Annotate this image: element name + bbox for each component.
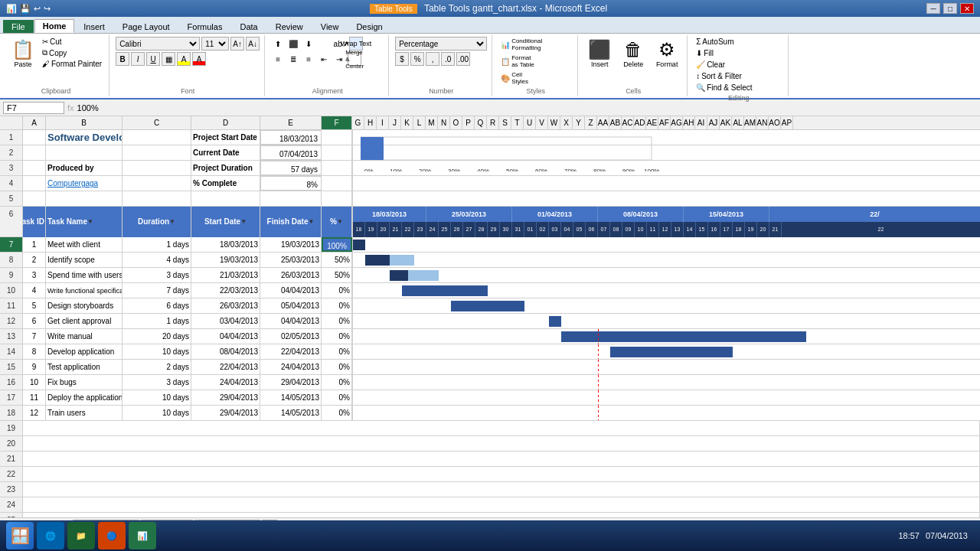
cell-b1[interactable]: Software Development [46, 130, 122, 145]
cell-b11[interactable]: Design storyboards [46, 298, 122, 313]
col-header-af[interactable]: AF [658, 116, 671, 129]
cell-c12[interactable]: 1 days [122, 314, 191, 328]
cell-e7[interactable]: 19/03/2013 [260, 237, 322, 252]
cell-d5[interactable] [191, 191, 260, 206]
row-num-2[interactable]: 2 [0, 145, 23, 160]
fill-color-button[interactable]: A [177, 52, 191, 66]
font-size-select[interactable]: 11 [201, 37, 229, 51]
cell-e10[interactable]: 04/04/2013 [260, 283, 322, 298]
cell-d15[interactable]: 22/04/2013 [191, 360, 260, 374]
cell-a4[interactable] [23, 176, 46, 191]
cell-f13[interactable]: 0% [322, 329, 352, 344]
fill-button[interactable]: ⬇ Fill [694, 48, 716, 58]
align-right-button[interactable]: ≡ [302, 52, 315, 66]
cell-b10[interactable]: Write functional specifications [46, 283, 122, 298]
cell-22-full[interactable] [23, 467, 980, 481]
cell-f5[interactable] [322, 191, 352, 206]
col-header-an[interactable]: AN [756, 116, 769, 129]
cell-c14[interactable]: 10 days [122, 344, 191, 359]
cell-c17[interactable]: 10 days [122, 390, 191, 405]
taskbar-files-button[interactable]: 📁 [67, 522, 95, 549]
tab-design[interactable]: Design [348, 20, 390, 33]
col-header-am[interactable]: AM [744, 116, 756, 129]
cell-b8[interactable]: Identify scope [46, 253, 122, 267]
col-header-j[interactable]: J [389, 116, 401, 129]
row-num-25[interactable]: 25 [0, 513, 23, 517]
clear-button[interactable]: 🧹 Clear [694, 60, 727, 70]
row-num-10[interactable]: 10 [0, 283, 23, 298]
col-header-n[interactable]: N [438, 116, 450, 129]
cell-b14[interactable]: Develop application [46, 344, 122, 359]
cell-e16[interactable]: 29/04/2013 [260, 375, 322, 390]
row-num-18[interactable]: 18 [0, 406, 23, 420]
name-box[interactable] [3, 102, 64, 114]
cell-f10[interactable]: 0% [322, 283, 352, 298]
cell-d8[interactable]: 19/03/2013 [191, 253, 260, 267]
col-header-c[interactable]: C [122, 116, 191, 129]
cell-b16[interactable]: Fix bugs [46, 375, 122, 390]
percent-button[interactable]: % [410, 52, 424, 66]
cell-f17[interactable]: 0% [322, 390, 352, 405]
col-header-ad[interactable]: AD [634, 116, 646, 129]
col-header-ap[interactable]: AP [781, 116, 793, 129]
col-header-s[interactable]: S [499, 116, 511, 129]
align-center-button[interactable]: ≣ [286, 52, 300, 66]
minimize-button[interactable]: ─ [926, 3, 940, 14]
cell-a16[interactable]: 10 [23, 375, 46, 390]
cell-c11[interactable]: 6 days [122, 298, 191, 313]
cell-e17[interactable]: 14/05/2013 [260, 390, 322, 405]
row-num-7[interactable]: 7 [0, 237, 23, 252]
col-header-al[interactable]: AL [732, 116, 744, 129]
col-header-p[interactable]: P [462, 116, 475, 129]
italic-button[interactable]: I [131, 52, 145, 66]
row-num-19[interactable]: 19 [0, 421, 23, 435]
cell-e11[interactable]: 05/04/2013 [260, 298, 322, 313]
cell-a13[interactable]: 7 [23, 329, 46, 344]
cell-b3[interactable]: Produced by [46, 161, 122, 175]
cell-f7[interactable]: 100% [322, 237, 352, 252]
cell-e3[interactable]: 57 days [260, 161, 322, 175]
col-header-l[interactable]: L [413, 116, 426, 129]
col-header-ae[interactable]: AE [646, 116, 658, 129]
decrease-indent-button[interactable]: ⇤ [317, 52, 331, 66]
col-header-f[interactable]: F [322, 116, 352, 129]
cell-a1[interactable] [23, 130, 46, 145]
cell-d13[interactable]: 04/04/2013 [191, 329, 260, 344]
delete-cells-button[interactable]: 🗑 Delete [618, 37, 648, 70]
cell-b18[interactable]: Train users [46, 406, 122, 420]
cell-d4[interactable]: % Complete [191, 176, 260, 191]
col-header-aj[interactable]: AJ [707, 116, 720, 129]
col-header-x[interactable]: X [560, 116, 573, 129]
col-header-ak[interactable]: AK [720, 116, 732, 129]
cell-e14[interactable]: 22/04/2013 [260, 344, 322, 359]
row-num-14[interactable]: 14 [0, 344, 23, 359]
cell-e15[interactable]: 24/04/2013 [260, 360, 322, 374]
cell-e2[interactable]: 07/04/2013 [260, 145, 322, 160]
cell-f18[interactable]: 0% [322, 406, 352, 420]
col-header-m[interactable]: M [426, 116, 438, 129]
cell-e4[interactable]: 8% [260, 176, 322, 191]
cell-c9[interactable]: 3 days [122, 268, 191, 282]
row-num-12[interactable]: 12 [0, 314, 23, 328]
tab-page-layout[interactable]: Page Layout [114, 20, 178, 33]
col-header-d[interactable]: D [191, 116, 260, 129]
col-header-o[interactable]: O [450, 116, 462, 129]
increase-font-button[interactable]: A↑ [230, 37, 244, 51]
cell-b9[interactable]: Spend time with users [46, 268, 122, 282]
number-format-select[interactable]: Percentage General Number Currency Date [395, 37, 487, 51]
row-num-20[interactable]: 20 [0, 436, 23, 451]
quick-redo[interactable]: ↪ [44, 4, 51, 14]
cell-a18[interactable]: 12 [23, 406, 46, 420]
bold-button[interactable]: B [116, 52, 129, 66]
cell-f2[interactable] [322, 145, 352, 160]
title-bar-controls[interactable]: ─ □ ✕ [926, 3, 974, 14]
row-num-13[interactable]: 13 [0, 329, 23, 344]
col-header-y[interactable]: Y [573, 116, 585, 129]
col-header-a[interactable]: A [23, 116, 46, 129]
col-header-v[interactable]: V [536, 116, 548, 129]
cell-styles-button[interactable]: 🎨 CellStyles [498, 70, 531, 86]
cell-e1[interactable]: 18/03/2013 [260, 130, 322, 145]
increase-decimal-button[interactable]: .0 [441, 52, 455, 66]
row-num-8[interactable]: 8 [0, 253, 23, 267]
quick-save[interactable]: 💾 [20, 4, 31, 14]
